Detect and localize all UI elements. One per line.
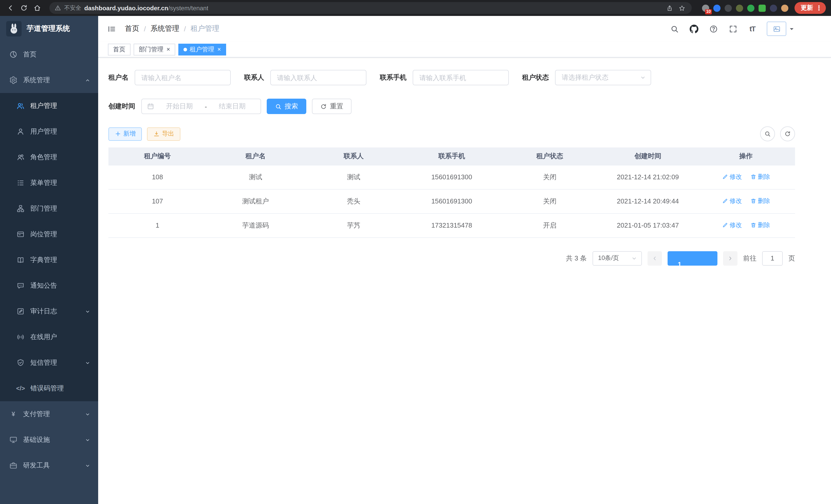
- edit-icon: [722, 198, 728, 204]
- edit-icon: [722, 222, 728, 228]
- page-size-value: 10条/页: [598, 254, 619, 263]
- github-icon[interactable]: [689, 24, 699, 34]
- tab-home[interactable]: 首页: [108, 43, 131, 55]
- goto-page-input[interactable]: [762, 251, 783, 265]
- sidebar-item-online-users[interactable]: 在线用户: [0, 324, 98, 350]
- font-size-icon[interactable]: tT: [747, 24, 757, 34]
- trash-icon: [750, 174, 756, 180]
- chevron-down-icon: [631, 255, 637, 261]
- tenant-name-input[interactable]: [135, 70, 231, 85]
- sidebar-item-error-code-management[interactable]: </>错误码管理: [0, 376, 98, 401]
- sidebar-item-tenant-management[interactable]: 租户管理: [0, 93, 98, 119]
- sidebar-item-menu-management[interactable]: 菜单管理: [0, 170, 98, 196]
- tab-tenant-management[interactable]: 租户管理×: [178, 43, 226, 55]
- delete-button[interactable]: 删除: [750, 221, 770, 230]
- search-button-label: 搜索: [285, 102, 298, 111]
- toolbox-icon: [9, 462, 18, 470]
- fullscreen-icon[interactable]: [728, 24, 738, 34]
- edit-button[interactable]: 修改: [722, 173, 742, 181]
- close-icon[interactable]: ×: [167, 46, 170, 52]
- sidebar-item-sms-management[interactable]: 短信管理: [0, 350, 98, 376]
- page-content: 租户名 联系人 联系手机 租户状态 请选择租户状态: [98, 58, 831, 265]
- browser-menu-icon[interactable]: ⋮: [815, 5, 822, 11]
- extension-icon-6[interactable]: [758, 4, 766, 11]
- close-icon[interactable]: ×: [218, 46, 221, 52]
- extension-icon-1[interactable]: 10: [702, 4, 709, 11]
- sidebar-item-role-management[interactable]: 角色管理: [0, 144, 98, 170]
- sidebar-item-dept-management[interactable]: 部门管理: [0, 196, 98, 221]
- sidebar-item-home[interactable]: 首页: [0, 41, 98, 67]
- tab-dept-management[interactable]: 部门管理×: [134, 43, 175, 55]
- cell-name: 测试: [207, 165, 305, 189]
- refresh-icon: [320, 103, 327, 110]
- sidebar-item-audit-log[interactable]: 审计日志: [0, 298, 98, 324]
- export-button[interactable]: 导出: [147, 127, 180, 141]
- home-icon[interactable]: [32, 3, 42, 13]
- contact-input[interactable]: [270, 70, 366, 85]
- extension-icon-3[interactable]: [725, 4, 732, 11]
- delete-button[interactable]: 删除: [750, 197, 770, 206]
- address-bar[interactable]: 不安全 dashboard.yudao.iocoder.cn/system/te…: [49, 2, 692, 14]
- broadcast-icon: [17, 333, 25, 341]
- sidebar: 芋道管理系统 首页系统管理租户管理用户管理角色管理菜单管理部门管理岗位管理字典管…: [0, 16, 98, 504]
- next-page-button[interactable]: [723, 251, 738, 265]
- breadcrumb-separator: /: [184, 25, 186, 33]
- bookmark-star-icon[interactable]: [677, 3, 687, 12]
- column-header: 租户名: [207, 147, 305, 165]
- cell-create_time: 2021-12-14 21:02:09: [599, 165, 697, 189]
- sidebar-toggle-icon[interactable]: [106, 24, 117, 34]
- extension-icon-5[interactable]: [747, 4, 754, 11]
- date-range-separator: -: [205, 102, 207, 110]
- cell-name: 芋道源码: [207, 213, 305, 237]
- page-number-button[interactable]: 1: [667, 251, 717, 265]
- phone-input[interactable]: [413, 70, 509, 85]
- sidebar-item-notice-announcement[interactable]: 通知公告: [0, 273, 98, 298]
- extension-icon-4[interactable]: [736, 4, 743, 11]
- prev-page-button[interactable]: [648, 251, 662, 265]
- avatar[interactable]: [767, 22, 786, 36]
- edit-button[interactable]: 修改: [722, 221, 742, 230]
- column-header: 创建时间: [599, 147, 697, 165]
- refresh-table-button[interactable]: [780, 126, 795, 141]
- edit-button[interactable]: 修改: [722, 197, 742, 206]
- avatar-caret-icon[interactable]: [789, 24, 795, 34]
- update-button[interactable]: 更新 ⋮: [795, 2, 826, 14]
- sidebar-item-dev-tools[interactable]: 研发工具: [0, 453, 98, 478]
- sidebar-item-infrastructure[interactable]: 基础设施: [0, 427, 98, 453]
- sidebar-item-payment-management[interactable]: ¥支付管理: [0, 401, 98, 427]
- add-button[interactable]: 新增: [109, 127, 142, 141]
- toggle-search-button[interactable]: [760, 126, 775, 141]
- chevron-down-icon: [85, 463, 90, 468]
- share-icon[interactable]: [665, 3, 674, 12]
- badge-icon: [17, 230, 25, 238]
- breadcrumb-item[interactable]: 系统管理: [150, 24, 179, 33]
- url-text: dashboard.yudao.iocoder.cn/system/tenant: [84, 4, 208, 11]
- security-warning-icon: [55, 5, 61, 11]
- calendar-icon: [147, 103, 154, 110]
- delete-button[interactable]: 删除: [750, 173, 770, 181]
- page-size-select[interactable]: 10条/页: [593, 251, 642, 265]
- tenant-status-select[interactable]: 请选择租户状态: [555, 70, 651, 85]
- cell-actions: 修改删除: [697, 213, 795, 237]
- table-header-row: 租户编号租户名联系人联系手机租户状态创建时间操作: [109, 147, 795, 165]
- sidebar-item-system-management[interactable]: 系统管理: [0, 67, 98, 93]
- search-button[interactable]: 搜索: [267, 99, 306, 114]
- sidebar-item-user-management[interactable]: 用户管理: [0, 119, 98, 144]
- chevron-down-icon: [85, 437, 90, 443]
- extension-icon-2[interactable]: [713, 4, 720, 11]
- reset-button[interactable]: 重置: [312, 99, 351, 114]
- reload-icon[interactable]: [19, 3, 29, 13]
- breadcrumb-item[interactable]: 首页: [125, 24, 139, 33]
- date-range-picker[interactable]: 开始日期 - 结束日期: [141, 99, 261, 114]
- sidebar-item-post-management[interactable]: 岗位管理: [0, 221, 98, 247]
- extension-icon-7[interactable]: [770, 4, 777, 11]
- url-path: /system/tenant: [168, 4, 208, 11]
- add-button-label: 新增: [123, 129, 136, 138]
- extension-icon-8[interactable]: [781, 4, 789, 11]
- help-icon[interactable]: [708, 24, 718, 34]
- edit-icon: [722, 174, 728, 180]
- sidebar-item-label: 用户管理: [30, 127, 57, 136]
- back-icon[interactable]: [5, 3, 16, 13]
- header-search-icon[interactable]: [669, 24, 679, 34]
- sidebar-item-dict-management[interactable]: 字典管理: [0, 247, 98, 273]
